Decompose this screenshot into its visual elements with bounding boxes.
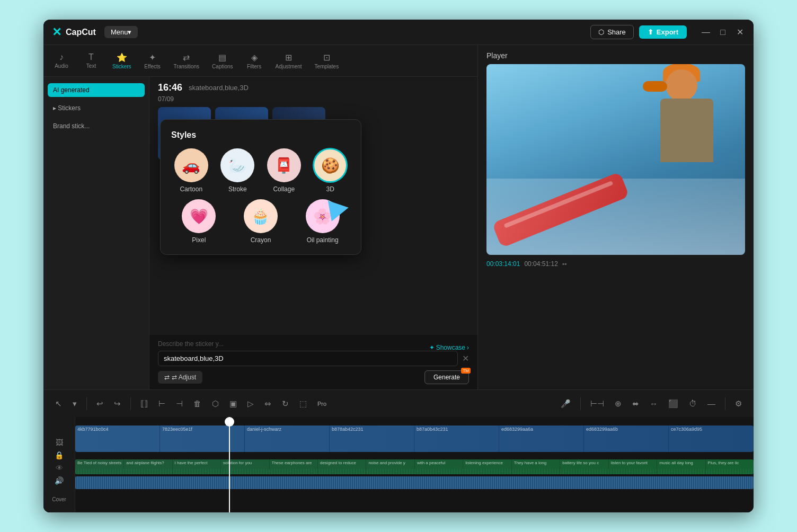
style-stroke[interactable]: 🦢 Stroke bbox=[218, 148, 258, 193]
toolbar-filters[interactable]: ◈ Filters bbox=[241, 49, 268, 73]
toolbar-divider bbox=[86, 397, 87, 410]
merge-button[interactable]: ⊕ bbox=[612, 396, 625, 412]
track-segment[interactable]: ed683299aa6b bbox=[584, 425, 669, 452]
logo-icon: ✕ bbox=[52, 25, 61, 39]
share-button[interactable]: ⬡ Share bbox=[590, 25, 634, 39]
adjustment-label: Adjustment bbox=[276, 64, 302, 69]
track-lock-icon[interactable]: 🔒 bbox=[55, 451, 64, 459]
toolbar-templates[interactable]: ⊡ Templates bbox=[309, 49, 344, 73]
transform-button[interactable]: ⬚ bbox=[296, 396, 310, 412]
pro-button[interactable]: Pro bbox=[314, 397, 330, 410]
crop-button[interactable]: ▣ bbox=[226, 396, 240, 412]
audio-text: designed to reduce bbox=[320, 460, 364, 465]
split-track-button[interactable]: ⊢⊣ bbox=[587, 396, 607, 412]
stickers-label: Stickers bbox=[112, 64, 131, 69]
track-segment[interactable]: 7823eec05e1f bbox=[160, 425, 245, 452]
audio-text: battery life so you c bbox=[562, 460, 606, 465]
adjust-button[interactable]: ⇄ ⇄ Adjust bbox=[158, 371, 202, 384]
track-image-icon[interactable]: 🖼 bbox=[56, 438, 63, 447]
transitions-label: Transitions bbox=[174, 64, 200, 69]
play-button[interactable]: ▷ bbox=[244, 396, 257, 412]
style-3d[interactable]: 🍪 3D bbox=[311, 148, 351, 193]
audio-label: Audio bbox=[55, 63, 68, 69]
link2-button[interactable]: ↔ bbox=[647, 396, 661, 411]
playhead[interactable] bbox=[229, 417, 230, 512]
toolbar-effects[interactable]: ✦ Effects bbox=[139, 49, 166, 73]
filters-icon: ◈ bbox=[251, 52, 258, 63]
cover-label: Cover bbox=[48, 495, 70, 503]
trim-left-button[interactable]: ⊢ bbox=[155, 396, 169, 412]
select-tool-button[interactable]: ↖ bbox=[52, 396, 65, 412]
style-collage[interactable]: 📮 Collage bbox=[264, 148, 304, 193]
text-input[interactable]: skateboard,blue,3D bbox=[158, 351, 458, 366]
style-cartoon[interactable]: 🚗 Cartoon bbox=[171, 148, 211, 193]
shield-button[interactable]: ⬡ bbox=[209, 396, 222, 412]
app-name: CapCut bbox=[66, 28, 96, 37]
maximize-button[interactable]: □ bbox=[718, 28, 728, 37]
mirror-button[interactable]: ⇔ bbox=[261, 396, 274, 412]
collage-label: Collage bbox=[273, 185, 295, 193]
stickers-tab[interactable]: ▸ Stickers bbox=[48, 101, 145, 115]
settings-button[interactable]: ⚙ bbox=[732, 396, 745, 412]
minus-button[interactable]: — bbox=[704, 396, 719, 411]
segment-text: daniel-j-schwarz bbox=[247, 427, 327, 432]
logo-area: ✕ CapCut bbox=[52, 25, 96, 39]
dropdown-tool-button[interactable]: ▾ bbox=[69, 396, 80, 412]
audio-text: noise and provide y bbox=[368, 460, 412, 465]
showcase-link[interactable]: ✦ Showcase › bbox=[429, 344, 469, 351]
track-segment[interactable]: b878ab42c231 bbox=[330, 425, 414, 452]
pro-badge: TM bbox=[461, 368, 471, 374]
track-segment[interactable]: ce7c306a9d95 bbox=[669, 425, 754, 452]
timer-button[interactable]: ⏱ bbox=[686, 396, 700, 411]
undo-button[interactable]: ↩ bbox=[93, 396, 107, 412]
mic-button[interactable]: 🎤 bbox=[557, 396, 574, 412]
showcase-arrow: › bbox=[467, 344, 469, 351]
toolbar-audio[interactable]: ♪ Audio bbox=[48, 49, 75, 72]
trim-right-button[interactable]: ⊣ bbox=[173, 396, 186, 412]
track-segment[interactable]: b87a0b43c231 bbox=[414, 425, 499, 452]
track-segment[interactable]: daniel-j-schwarz bbox=[245, 425, 330, 452]
title-bar: ✕ CapCut Menu▾ ⬡ Share ⬆ Export — □ ✕ bbox=[43, 20, 754, 45]
audio-text: Plus, they are lic bbox=[708, 460, 751, 465]
title-bar-actions: ⬡ Share ⬆ Export — □ ✕ bbox=[590, 25, 745, 39]
pixel-label: Pixel bbox=[192, 236, 206, 244]
cartoon-label: Cartoon bbox=[180, 185, 202, 193]
redo-button[interactable]: ↪ bbox=[111, 396, 124, 412]
toolbar-captions[interactable]: ▤ Captions bbox=[207, 49, 238, 73]
close-button[interactable]: ✕ bbox=[734, 27, 745, 37]
rider-jacket bbox=[660, 99, 713, 162]
toolbar-adjustment[interactable]: ⊞ Adjustment bbox=[270, 49, 307, 73]
ai-generated-tab[interactable]: AI generated bbox=[48, 83, 145, 97]
track-segment[interactable]: ed683299aa6a bbox=[499, 425, 584, 452]
audio-text: and airplane flights? bbox=[126, 460, 170, 465]
captions-label: Captions bbox=[212, 64, 233, 69]
quality-icon: ▪▪ bbox=[562, 260, 567, 268]
brand-stickers-tab[interactable]: Brand stick... bbox=[48, 119, 145, 133]
style-crayon[interactable]: 🧁 Crayon bbox=[233, 199, 289, 244]
rotate-button[interactable]: ↻ bbox=[279, 396, 292, 412]
audio-text: music all day long bbox=[659, 460, 703, 465]
delete-button[interactable]: 🗑 bbox=[190, 396, 205, 411]
captions-icon: ▤ bbox=[218, 52, 226, 63]
export-icon: ⬆ bbox=[648, 28, 653, 36]
track-audio-icon[interactable]: 🔊 bbox=[55, 476, 64, 485]
clone-button[interactable]: ⬛ bbox=[665, 396, 681, 412]
3d-label: 3D bbox=[326, 185, 334, 193]
track-segment[interactable]: 4kb7791bc0c4 bbox=[75, 425, 160, 452]
toolbar-text[interactable]: T Text bbox=[77, 49, 105, 72]
clear-button[interactable]: ✕ bbox=[462, 353, 469, 363]
export-button[interactable]: ⬆ Export bbox=[639, 25, 687, 39]
toolbar-stickers[interactable]: ⭐ Stickers bbox=[107, 49, 137, 73]
waveform bbox=[75, 469, 754, 474]
link-button[interactable]: ⬌ bbox=[629, 396, 642, 412]
minimize-button[interactable]: — bbox=[701, 28, 711, 37]
oil-painting-label: Oil painting bbox=[307, 236, 339, 244]
toolbar-transitions[interactable]: ⇄ Transitions bbox=[169, 49, 205, 73]
menu-button[interactable]: Menu▾ bbox=[104, 26, 138, 38]
crayon-label: Crayon bbox=[251, 236, 271, 244]
style-pixel[interactable]: 💗 Pixel bbox=[171, 199, 227, 244]
right-panel: Player bbox=[478, 45, 754, 389]
generate-button[interactable]: Generate TM bbox=[424, 370, 469, 384]
track-eye-icon[interactable]: 👁 bbox=[56, 464, 63, 472]
split-button[interactable]: ⟦⟧ bbox=[137, 396, 151, 412]
